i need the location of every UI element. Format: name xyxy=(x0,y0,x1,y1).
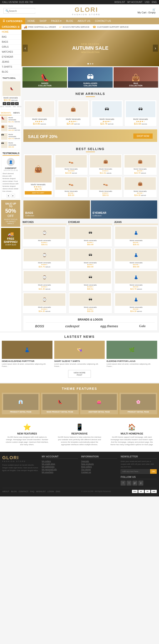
language-select[interactable]: ENG xyxy=(152,1,157,4)
testimonial-prev-button[interactable]: ◂ xyxy=(6,194,10,198)
sidebar-item-bag[interactable]: BAG xyxy=(0,34,21,40)
footer-link-personal[interactable]: My personal info xyxy=(42,468,78,470)
hero-dot-1[interactable] xyxy=(88,63,89,64)
nav-home[interactable]: HOME xyxy=(25,18,37,24)
footer-link-specials[interactable]: Specials xyxy=(81,460,118,462)
footer-bottom-contact[interactable]: CONTACT xyxy=(19,490,28,492)
newsletter-subscribe-button[interactable]: OK xyxy=(150,469,157,474)
account-link[interactable]: MY ACCOUNT xyxy=(128,1,143,4)
product-image: 👜 xyxy=(58,101,88,117)
jeans-product-2[interactable]: 👗 Morbi venenatis ★★★★☆ $50.99 xyxy=(114,248,158,269)
jeans-product-3[interactable]: 👗 Morbi venenatis ★★★★☆ $24.70 $26.00 xyxy=(114,270,158,291)
jeans-product-1[interactable]: 👗 Morbi venenatis ★★★★☆ $30.51 xyxy=(114,226,158,247)
best-product-3[interactable]: 👜 Morbi Venenatis ★★★★☆ $24.70 $26.00 xyxy=(123,154,157,175)
best-product-6[interactable]: 👜 Morbi Venenatis ★★★★☆ $24.30 $37.00 xyxy=(123,176,157,198)
footer-link-best-sellers[interactable]: Best sellers xyxy=(81,466,118,468)
search-input[interactable] xyxy=(9,10,36,12)
hero-dot-3[interactable] xyxy=(92,63,93,64)
eyewear-product-3[interactable]: 🕶 Morbi venenatis ★★★★☆ $30.51 xyxy=(68,270,112,291)
footer-bottom-login[interactable]: LOGIN xyxy=(48,490,54,492)
hero-prev-button[interactable]: ‹ xyxy=(23,45,28,52)
watch-product-2[interactable]: ⌚ Morbi venenatis ★★★★☆ $24.70 $26.00 xyxy=(22,248,66,269)
twitter-button[interactable]: t xyxy=(126,480,132,486)
new-arrival-product-1[interactable]: 👜 Morbi Venenatis ★★★★☆ $14.86 $16.81 xyxy=(24,100,56,126)
nav-shop[interactable]: SHOP xyxy=(37,18,49,24)
tab-womens[interactable]: WOMAN'S xyxy=(0,111,12,115)
footer-link-new-products[interactable]: New products xyxy=(81,463,118,465)
eyewear-product-4[interactable]: 🕶 Morbi venenatis ★★★★☆ $30.55 xyxy=(68,292,112,314)
news-card-1-text: Lorem ipsum dolor sit amet, consectetur … xyxy=(2,363,52,368)
logo[interactable]: GLORI FASHION STORE xyxy=(72,6,100,16)
sidebar-item-girls[interactable]: GIRLS xyxy=(0,44,21,50)
sidebar-item-tshirts[interactable]: T-SHIRTS xyxy=(0,64,21,70)
sidebar-item-blog[interactable]: BLOG xyxy=(0,70,21,74)
nav-contact[interactable]: CONTACT US xyxy=(93,18,113,24)
view-more-posts-button[interactable]: VIEW MORE POST xyxy=(68,370,91,378)
sidebar-sale-banner: SALE UP TO 50% OFF INVEST FOCUS ON IMPAC… xyxy=(1,200,20,227)
footer-logo[interactable]: GLORI xyxy=(2,455,38,460)
service-returns-text: 30 DAYS RETURN SERVICE xyxy=(62,26,89,28)
footer-link-credit[interactable]: My credit shop xyxy=(42,463,78,465)
currency-select[interactable]: USD xyxy=(145,1,150,4)
bags-banner-sub: Collection xyxy=(25,214,34,217)
footer-link-contact[interactable]: Contact us xyxy=(81,471,118,473)
new-arrival-product-2[interactable]: 👜 Morbi Venenatis ★★★★☆ $24.30 $37.00 xyxy=(57,100,89,126)
hero-next-button[interactable]: › xyxy=(153,45,158,52)
collection-sunglasses[interactable]: 🕶 SUNGLASSESCOLLECTION xyxy=(68,67,112,88)
categories-button[interactable]: ☰ CATEGORIES xyxy=(0,18,25,24)
best-product-2[interactable]: 👜 Morbi Venenatis ★★★★☆ $11.51 $16.81 xyxy=(89,154,122,175)
footer-bottom-wishlist[interactable]: WISHLIST xyxy=(36,490,46,492)
best-product-1[interactable]: 👡 Morbi Venenatis ★★★★★ $24.30 $37.00 xyxy=(54,154,88,175)
shop-now-button[interactable]: SHOP NOW xyxy=(133,134,153,139)
featured-product[interactable]: 👜 Morbi Venenatis ★★★★☆ $34.70 ADD TO CA… xyxy=(24,154,53,198)
sidebar-item-jeans[interactable]: JEANS xyxy=(0,60,21,64)
featured-product-price: $34.70 xyxy=(25,188,52,190)
sidebar-item-home[interactable]: HOME xyxy=(0,30,21,34)
footer-bottom-lang[interactable]: ENG xyxy=(56,490,60,492)
nav-pages[interactable]: PAGES ▾ xyxy=(49,18,64,24)
hero-dot-2[interactable] xyxy=(90,63,91,64)
new-arrival-product-4[interactable]: 🕶 Morbi Venenatis ★★★★☆ $15.68 $16.61 xyxy=(124,100,157,126)
collection-bags[interactable]: 👜 BAGCOLLECTION xyxy=(114,67,158,88)
header-cart[interactable]: 🛒 My Cart - Empty xyxy=(138,8,156,14)
feature-label-2: MAIN PRODUCT DETAIL PAGE xyxy=(42,411,78,413)
best-product-name: Morbi Venenatis xyxy=(90,168,121,170)
timer-hours: 04 xyxy=(7,102,10,105)
theme-features-title: THEME FEATURES xyxy=(2,387,157,390)
facebook-button[interactable]: f xyxy=(120,480,126,486)
sidebar-item-eyewear[interactable]: EYEWEAR xyxy=(0,54,21,60)
wishlist-link[interactable]: WISHLIST xyxy=(114,1,125,4)
best-product-4[interactable]: 👡 Morbi Venenatis ★★★★☆ $30.50 xyxy=(54,176,88,198)
footer-link-orders[interactable]: My orders xyxy=(42,460,78,462)
jeans-product-4[interactable]: 👗 Morbi venenatis ★★★★☆ $24.30 $37.00 xyxy=(114,292,158,314)
newsletter-email-input[interactable] xyxy=(120,469,150,474)
sidebar-toggle-icon[interactable]: ☰ xyxy=(18,26,20,28)
sidebar-item-watches[interactable]: WATCHES xyxy=(0,50,21,54)
footer-link-vouchers[interactable]: My vouchers xyxy=(42,471,78,473)
watch-product-1[interactable]: ⌚ Morbi venenatis ★★★★☆ $30.51 xyxy=(22,226,66,247)
eyewear-product-1[interactable]: 🕶 Morbi venenatis ★★★★☆ $50.99 xyxy=(68,226,112,247)
nav-blog[interactable]: BLOG xyxy=(64,18,76,24)
testimonial-next-button[interactable]: ▸ xyxy=(11,194,15,198)
best-product-5[interactable]: 👡 Morbi Venenatis ★★★★☆ $30.51 xyxy=(89,176,122,198)
bags-collection-banner[interactable]: BAGS Collection xyxy=(24,200,90,218)
nav-about[interactable]: ABOUT US xyxy=(76,18,93,24)
featured-add-to-cart-button[interactable]: ADD TO CART xyxy=(25,191,52,194)
footer-link-stores[interactable]: Our stores xyxy=(81,468,118,470)
footer-link-addresses[interactable]: My addresses xyxy=(42,466,78,468)
tab-mens[interactable]: MEN'S xyxy=(12,111,21,115)
watch-product-4[interactable]: ⌚ Morbi venenatis ★★★★☆ $24.30 $37.00 xyxy=(22,292,66,314)
collection-shoes[interactable]: 👠 SHOESCOLLECTION xyxy=(22,67,67,88)
eyewear-product-2[interactable]: 🕶 Morbi venenatis ★★★★☆ $50.99 xyxy=(68,248,112,269)
best-product-name: Morbi Venenatis xyxy=(90,190,121,192)
footer-bottom-about[interactable]: ABOUT xyxy=(2,490,9,492)
sidebar-item-bags[interactable]: BAGS xyxy=(0,40,21,44)
eyewear-collection-banner[interactable]: EYEWEAR Collection xyxy=(91,200,158,218)
watch-product-3[interactable]: ⌚ Morbi venenatis ★★★★☆ $24.30 $37.00 xyxy=(22,270,66,291)
shipping-icon: 🚚 xyxy=(24,26,27,28)
pinterest-button[interactable]: p xyxy=(138,480,143,486)
footer-bottom-faq[interactable]: FAQ xyxy=(30,490,34,492)
new-arrival-product-3[interactable]: 🕶 Morbi Venenatis ★★★★☆ $23.78 $37.00 xyxy=(91,100,123,126)
google-plus-button[interactable]: g+ xyxy=(132,480,138,486)
footer-bottom-blog[interactable]: BLOG xyxy=(11,490,17,492)
